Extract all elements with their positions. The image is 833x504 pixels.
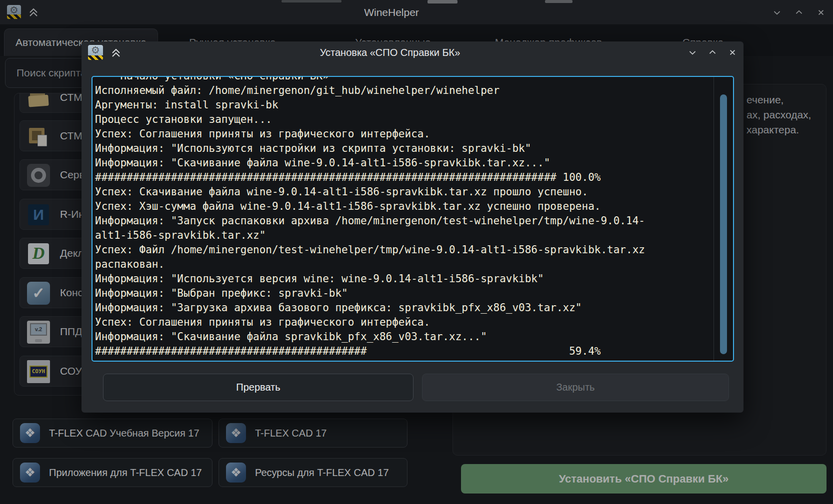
install-dialog: ⚙ Установка «СПО Справки БК» [82,41,744,413]
dialog-close-button[interactable] [728,47,738,57]
abort-button[interactable]: Прервать [103,374,414,401]
dialog-minimize-button[interactable] [688,47,698,57]
install-log-output[interactable]: Начало установки «СПО Справки БК» Исполн… [92,76,734,362]
scrollbar-thumb[interactable] [720,94,727,354]
scrollbar-track-divider [714,77,714,361]
dialog-title: Установка «СПО Справки БК» [82,41,698,63]
dialog-maximize-button[interactable] [708,47,718,57]
install-log-text: Начало установки «СПО Справки БК» Исполн… [95,76,645,359]
close-dialog-button[interactable]: Закрыть [422,374,729,401]
screen: ⚙ WineHelper [0,0,833,504]
dialog-titlebar: ⚙ Установка «СПО Справки БК» [82,41,744,63]
